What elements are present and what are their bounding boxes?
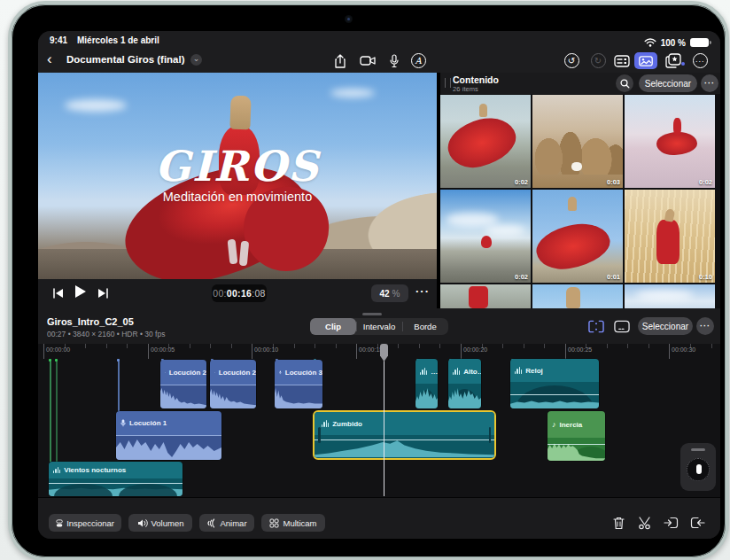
- media-thumbnail[interactable]: [625, 284, 715, 308]
- undo-button[interactable]: ↺: [563, 52, 580, 69]
- media-browser-button-active[interactable]: [634, 52, 657, 69]
- timeline-toolbar: Inspeccionar Volumen Animar Multicam: [38, 497, 720, 539]
- hat: [568, 197, 577, 211]
- timeline-clip-zumbido-selected[interactable]: Zumbido: [313, 410, 496, 460]
- project-title[interactable]: Documental Giros (final): [66, 54, 185, 65]
- ruler-tick: 00:00:05: [148, 344, 149, 359]
- video-viewer[interactable]: GIROS Meditación en movimiento: [38, 73, 437, 279]
- jog-wheel[interactable]: [680, 443, 716, 491]
- clip-duration: 0:02: [699, 178, 712, 186]
- timeline-clip-reloj[interactable]: Reloj: [510, 359, 599, 408]
- ruler-tick: 00:00:10: [252, 344, 252, 359]
- insert-icon[interactable]: [662, 514, 680, 532]
- video-subtitle-overlay: Meditación en movimiento: [38, 190, 437, 204]
- effects-button[interactable]: [664, 52, 682, 69]
- timecode-display[interactable]: 00:00:16:08: [212, 284, 267, 302]
- timeline-select-button[interactable]: Seleccionar: [638, 317, 693, 335]
- magnetic-timeline-icon[interactable]: [588, 319, 604, 334]
- timeline-clip-vientos[interactable]: Vientos nocturnos: [49, 462, 182, 496]
- panel-drag-handle-icon[interactable]: [445, 78, 451, 88]
- play-button[interactable]: [74, 284, 87, 302]
- camera-button[interactable]: [359, 52, 377, 69]
- skip-back-icon[interactable]: [52, 286, 64, 302]
- jog-pointer: [696, 464, 702, 474]
- clock: 9:41: [50, 35, 67, 45]
- media-thumbnail[interactable]: 0:10: [625, 190, 715, 283]
- redo-button[interactable]: ↻: [589, 52, 607, 69]
- timeline-more-button[interactable]: ···: [696, 317, 714, 335]
- chevron-down-icon[interactable]: ⌄: [190, 54, 202, 66]
- inspect-button[interactable]: Inspeccionar: [49, 514, 121, 532]
- clip-duration: 0:10: [699, 273, 712, 281]
- overwrite-icon[interactable]: [688, 514, 706, 532]
- timeline-clip-locucion3[interactable]: Locución 3: [275, 360, 322, 408]
- media-thumbnail[interactable]: [532, 284, 623, 308]
- red-dancer: [532, 219, 613, 274]
- status-bar: 9:41 Miércoles 1 de abril 100 %: [38, 31, 720, 49]
- timeline-clip-sfx-small[interactable]: …: [415, 359, 438, 408]
- playhead-line[interactable]: [384, 360, 384, 496]
- jog-dial[interactable]: [687, 458, 710, 481]
- red-figure: [656, 220, 680, 264]
- animate-button[interactable]: Animar: [199, 514, 254, 532]
- timeline-clip-locucion2a[interactable]: Locución 2: [160, 360, 206, 408]
- content-browser-panel: Contenido 26 ítems Seleccionar ··· 0:02: [440, 73, 720, 308]
- media-thumbnail[interactable]: [440, 284, 531, 308]
- media-thumbnail[interactable]: 0:02: [625, 95, 715, 188]
- app-screen: 9:41 Miércoles 1 de abril 100 % ‹ Docume…: [38, 31, 720, 539]
- blade-icon[interactable]: [635, 514, 653, 532]
- red-figure: [481, 236, 492, 248]
- hat: [566, 287, 580, 308]
- back-button[interactable]: ‹: [47, 51, 52, 68]
- trash-icon[interactable]: [610, 514, 627, 532]
- browser-toggle-button[interactable]: [613, 52, 631, 69]
- picture-in-picture-icon[interactable]: [614, 319, 630, 334]
- media-thumbnail[interactable]: 0:02: [440, 190, 531, 283]
- battery-icon: [690, 38, 709, 47]
- timeline-clip-name: Giros_Intro_C2_05: [47, 316, 134, 327]
- media-thumbnail[interactable]: 0:01: [532, 190, 623, 283]
- media-thumbnail[interactable]: 0:03: [532, 95, 623, 188]
- tab-borde[interactable]: Borde: [402, 318, 448, 335]
- tab-clip[interactable]: Clip: [310, 318, 356, 335]
- jog-handle: [691, 448, 705, 451]
- timeline-clip-alto[interactable]: Alto…: [448, 359, 481, 408]
- timeline-clip-meta: 00:27 • 3840 × 2160 • HDR • 30 fps: [47, 330, 165, 338]
- timeline-clip-locucion2b[interactable]: Locución 2: [210, 360, 256, 408]
- timeline-clip-inercia[interactable]: ♪Inercia: [548, 411, 605, 461]
- video-title-overlay: GIROS: [38, 142, 437, 191]
- share-button[interactable]: [331, 52, 349, 69]
- cloud: [635, 290, 694, 300]
- content-header: Contenido 26 ítems Seleccionar ···: [440, 73, 720, 94]
- red-figure: [469, 286, 488, 308]
- white-dancer: [571, 162, 582, 171]
- search-button[interactable]: [616, 74, 633, 92]
- red-dancer: [443, 112, 521, 173]
- transport-bar: 00:00:16:08 42% ···: [38, 279, 437, 308]
- trim-handle-right[interactable]: [489, 427, 492, 443]
- media-thumbnail[interactable]: 0:02: [440, 95, 531, 188]
- multicam-button[interactable]: Multicam: [261, 514, 325, 532]
- ruler-tick: 00:00:30: [669, 344, 670, 359]
- timeline-clip-locucion1[interactable]: Locución 1: [116, 411, 221, 460]
- viewer-zoom-control[interactable]: 42%: [371, 284, 408, 302]
- viewer-more-button[interactable]: ···: [415, 284, 430, 298]
- scribble-button[interactable]: A: [409, 52, 427, 69]
- connection-stem: [56, 362, 58, 462]
- tab-intervalo[interactable]: Intervalo: [356, 318, 402, 335]
- cloud: [330, 89, 375, 97]
- volume-button[interactable]: Volumen: [128, 514, 192, 532]
- timeline-ruler[interactable]: 00:00:00 00:00:05 00:00:10 00:00:15 00:0…: [38, 344, 720, 362]
- main-area: GIROS Meditación en movimiento 00:00:16:…: [38, 73, 720, 308]
- front-camera: [345, 15, 353, 23]
- content-select-button[interactable]: Seleccionar: [639, 74, 697, 92]
- timeline-drag-handle[interactable]: [362, 313, 382, 315]
- more-button[interactable]: ···: [691, 52, 709, 69]
- ruler-tick: 00:00:00: [43, 344, 44, 359]
- trim-handle-left[interactable]: [318, 427, 321, 443]
- microphone-button[interactable]: [385, 52, 403, 69]
- cloud: [485, 225, 525, 236]
- skip-forward-icon[interactable]: [97, 286, 109, 302]
- timeline-panel: Giros_Intro_C2_05 00:27 • 3840 × 2160 • …: [38, 308, 720, 539]
- content-more-button[interactable]: ···: [701, 74, 718, 92]
